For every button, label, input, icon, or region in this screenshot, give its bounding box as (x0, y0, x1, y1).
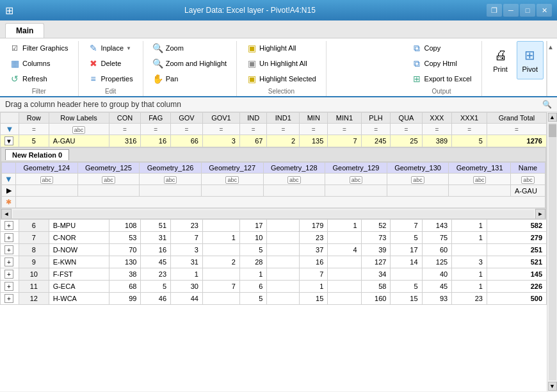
row-expand-5[interactable]: ▼ (1, 135, 19, 147)
cell-min1-7 (328, 232, 361, 244)
sub-filter-geo129: abc (325, 174, 387, 185)
inplace-dropdown-arrow: ▼ (126, 45, 131, 51)
minimize-btn[interactable]: ─ (503, 4, 519, 17)
sub-scroll-left[interactable]: ◄ (1, 209, 12, 219)
sub-cell-geo126 (140, 185, 202, 197)
cell-label-5: A-GAU (49, 135, 109, 147)
row-expand-6[interactable]: + (1, 220, 19, 232)
export-excel-btn[interactable]: ⊞ Export to Excel (407, 72, 476, 86)
expand-btn-11[interactable]: + (4, 282, 13, 291)
cell-xxx-9: 125 (422, 256, 452, 268)
expand-btn-8[interactable]: + (4, 245, 13, 254)
cell-row-5: 5 (19, 135, 49, 147)
sub-cell-expand[interactable]: ▶ (2, 185, 16, 197)
sub-star-empty (16, 197, 545, 208)
sub-h-scroll[interactable]: ◄ ► (1, 208, 545, 218)
row-expand-11[interactable]: + (1, 281, 19, 293)
delete-btn[interactable]: ✖ Delete (84, 56, 126, 70)
ribbon-collapse-icon[interactable]: ▲ (547, 44, 554, 51)
sub-scroll-track[interactable] (13, 210, 534, 218)
row-expand-9[interactable]: + (1, 256, 19, 268)
cell-ind1-11 (267, 281, 300, 293)
row-expand-10[interactable]: + (1, 268, 19, 281)
search-icon[interactable]: 🔍 (542, 100, 552, 109)
ribbon-collapse[interactable]: ▲ (547, 41, 557, 96)
v-scroll-knob[interactable] (549, 124, 556, 137)
unhighlight-all-btn[interactable]: ▣ Un Highlight All (242, 56, 312, 70)
cell-ind-9: 28 (239, 256, 267, 268)
copy-html-btn[interactable]: ⧉ Copy Html (407, 56, 462, 70)
cell-grand-5: 1276 (487, 135, 546, 147)
table-area: Row Row Labels CON FAG GOV GOV1 IND IND1… (0, 112, 547, 391)
cell-row-10: 10 (19, 268, 49, 281)
main-layout: Row Row Labels CON FAG GOV GOV1 IND IND1… (0, 112, 557, 391)
sub-panel-tab[interactable]: New Relation 0 (5, 149, 69, 160)
copy-icon: ⧉ (412, 43, 422, 53)
v-scroll-bar[interactable]: ▲ ▼ (547, 112, 557, 391)
filter-fag: = (141, 124, 171, 135)
copy-btn[interactable]: ⧉ Copy (407, 41, 446, 55)
pivot-btn[interactable]: ⊞ Pivot (517, 41, 544, 79)
highlight-selected-btn[interactable]: ▣ Highlight Selected (242, 72, 321, 86)
close-btn[interactable]: ✕ (537, 4, 552, 17)
cell-qua-11: 5 (391, 281, 422, 293)
filter-ind: = (239, 124, 267, 135)
expand-btn-7[interactable]: + (4, 233, 13, 242)
sub-scroll-right[interactable]: ► (535, 209, 545, 219)
cell-con-12: 99 (109, 293, 141, 305)
ribbon: ☑ Filter Graphics ▦ Columns ↺ Refresh Fi… (0, 38, 557, 97)
cell-qua-7: 5 (391, 232, 422, 244)
filter-funnel[interactable]: ▼ (1, 124, 19, 135)
cell-xxx1-10: 1 (452, 268, 487, 281)
print-btn[interactable]: 🖨 Print (487, 41, 514, 79)
inplace-icon: ✎ (88, 43, 99, 53)
expand-btn-10[interactable]: + (4, 270, 13, 279)
row-expand-12[interactable]: + (1, 293, 19, 305)
filter-grand: = (487, 124, 546, 135)
col-fag: FAG (141, 113, 171, 124)
cell-plh-7: 73 (361, 232, 391, 244)
cell-con-11: 68 (109, 281, 141, 293)
filter-con: = (109, 124, 141, 135)
filter-plh: = (361, 124, 391, 135)
cell-qua-12: 15 (391, 293, 422, 305)
v-scroll-thumb[interactable] (549, 123, 556, 380)
main-table: Row Row Labels CON FAG GOV GOV1 IND IND1… (0, 112, 547, 305)
columns-icon: ▦ (10, 58, 20, 69)
expand-btn-12[interactable]: + (4, 294, 13, 303)
sub-col-geo128: Geometry_128 (263, 163, 325, 174)
expand-btn-6[interactable]: + (4, 221, 13, 230)
inplace-btn[interactable]: ✎ Inplace ▼ (84, 41, 136, 55)
unhighlight-all-icon: ▣ (246, 58, 257, 69)
row-expand-7[interactable]: + (1, 232, 19, 244)
cell-gov-12: 44 (171, 293, 203, 305)
row-expand-8[interactable]: + (1, 244, 19, 256)
sub-filter-geo125: abc (77, 174, 140, 185)
restore-btn[interactable]: ❐ (487, 4, 502, 17)
sub-table-wrapper[interactable]: Geometry_124 Geometry_125 Geometry_126 G… (1, 162, 545, 218)
columns-btn[interactable]: ▦ Columns (5, 56, 54, 70)
highlight-all-btn[interactable]: ▣ Highlight All (242, 41, 300, 55)
sub-filter-name: abc (511, 174, 545, 185)
sub-cell-name: A-GAU (511, 185, 545, 197)
tab-main[interactable]: Main (5, 23, 44, 38)
cell-min1-10 (328, 268, 361, 281)
properties-btn[interactable]: ≡ Properties (84, 72, 138, 86)
cell-xxx-6: 143 (422, 220, 452, 232)
data-table-wrapper[interactable]: Row Row Labels CON FAG GOV GOV1 IND IND1… (0, 112, 547, 391)
zoom-highlight-btn[interactable]: 🔍 Zoom and Highlight (149, 56, 231, 70)
refresh-btn[interactable]: ↺ Refresh (5, 72, 52, 86)
maximize-btn[interactable]: □ (520, 4, 535, 17)
cell-ind1-8 (267, 244, 300, 256)
expand-btn-5[interactable]: ▼ (4, 136, 13, 145)
cell-min-6: 179 (300, 220, 328, 232)
v-scroll-up[interactable]: ▲ (548, 113, 557, 122)
pan-btn[interactable]: ✋ Pan (149, 72, 183, 86)
ribbon-group-zoom: 🔍 Zoom 🔍 Zoom and Highlight ✋ Pan (143, 41, 237, 96)
zoom-btn[interactable]: 🔍 Zoom (149, 41, 188, 55)
cell-row-7: 7 (19, 232, 49, 244)
filter-graphics-btn[interactable]: ☑ Filter Graphics (5, 41, 73, 55)
expand-btn-9[interactable]: + (4, 257, 13, 266)
v-scroll-down[interactable]: ▼ (548, 382, 557, 391)
filter-xxx1: = (452, 124, 487, 135)
